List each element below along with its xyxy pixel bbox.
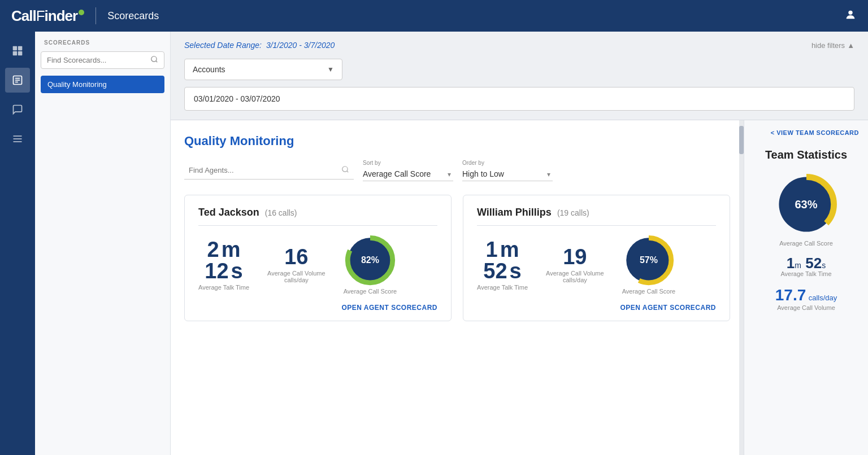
nav-divider xyxy=(96,7,96,24)
agent-card-ted-jackson: Ted Jackson (16 calls) 2 m 12 xyxy=(184,195,452,321)
top-nav: CallFinder Scorecards xyxy=(0,0,868,32)
svg-line-13 xyxy=(156,61,158,63)
team-score-percent: 63 xyxy=(795,198,807,211)
chevron-down-icon: ▼ xyxy=(327,65,334,73)
sidebar-icon-comments[interactable] xyxy=(5,97,30,122)
svg-rect-2 xyxy=(18,46,23,51)
talk-time-stat: 2 m 12 s Average Talk Time xyxy=(198,239,249,291)
filter-header: Selected Date Range: 3/1/2020 - 3/7/2020… xyxy=(184,41,854,50)
svg-rect-4 xyxy=(18,51,23,56)
accounts-dropdown[interactable]: Accounts ▼ xyxy=(184,59,342,80)
section-title: Quality Monitoring xyxy=(184,134,730,148)
call-volume-stat: 16 Average Call Volume calls/day xyxy=(267,246,326,283)
score-donut: 57% Average Call Score xyxy=(622,235,676,295)
agents-search-input[interactable] xyxy=(189,166,341,174)
sidebar-icon-dashboard[interactable] xyxy=(5,38,30,63)
agent-card-header: Ted Jackson (16 calls) xyxy=(198,207,437,226)
view-team-scorecard-link[interactable]: < VIEW TEAM SCORECARD xyxy=(753,129,859,136)
left-sidebar: SCORECARDS Quality Monitoring xyxy=(35,32,171,455)
score-percent-text: 82% xyxy=(361,255,379,265)
sidebar-icon-scorecards[interactable] xyxy=(5,68,30,93)
agents-search-icon xyxy=(341,165,349,176)
date-range-label: Selected Date Range: 3/1/2020 - 3/7/2020 xyxy=(184,41,335,50)
date-range-input[interactable]: 03/01/2020 - 03/07/2020 xyxy=(184,87,854,111)
agent-stats: 2 m 12 s Average Talk Time 16 xyxy=(198,235,437,295)
team-calls-per-day: calls/day xyxy=(809,294,837,302)
content-area: Selected Date Range: 3/1/2020 - 3/7/2020… xyxy=(171,32,868,455)
order-by-select[interactable]: High to Low xyxy=(462,167,553,181)
sort-by-group: Sort by Average Call Score xyxy=(363,160,453,181)
score-donut: 82% Average Call Score xyxy=(344,235,397,295)
nav-title: Scorecards xyxy=(107,10,159,22)
sidebar-label: SCORECARDS xyxy=(41,40,164,46)
agents-filter-row: Sort by Average Call Score Order by High… xyxy=(184,160,730,181)
talk-time-stat: 1 m 52 s Average Talk Time xyxy=(477,239,528,291)
svg-point-0 xyxy=(848,10,852,14)
chevron-up-icon: ▲ xyxy=(847,41,854,50)
hide-filters-button[interactable]: hide filters ▲ xyxy=(811,41,854,50)
team-call-volume: 17.7 xyxy=(775,286,806,304)
svg-rect-1 xyxy=(13,46,18,51)
agents-search-box[interactable] xyxy=(184,162,354,180)
agent-stats: 1 m 52 s Average Talk Time 19 xyxy=(477,235,716,295)
scorecard-search-input[interactable] xyxy=(47,56,150,64)
nav-user-icon[interactable] xyxy=(844,8,857,24)
open-agent-scorecard-william[interactable]: OPEN AGENT SCORECARD xyxy=(477,304,716,312)
sidebar-item-quality-monitoring[interactable]: Quality Monitoring xyxy=(41,76,164,93)
team-score-donut: 63% xyxy=(753,173,859,235)
svg-line-15 xyxy=(347,170,349,172)
logo: CallFinder xyxy=(11,7,84,25)
agent-card-header: William Phillips (19 calls) xyxy=(477,207,716,226)
scorecard-search-box[interactable] xyxy=(41,51,164,69)
svg-point-14 xyxy=(342,166,348,171)
date-range-value: 3/1/2020 - 3/7/2020 xyxy=(266,41,335,50)
filter-row-accounts: Accounts ▼ xyxy=(184,59,854,80)
team-talk-time: 1m 52s xyxy=(753,256,859,270)
right-panel: < VIEW TEAM SCORECARD Team Statistics 63… xyxy=(744,120,868,455)
sort-by-select[interactable]: Average Call Score xyxy=(363,167,453,181)
svg-point-12 xyxy=(151,56,157,62)
team-stats-title: Team Statistics xyxy=(753,147,859,162)
call-volume-stat: 19 Average Call Volume calls/day xyxy=(546,246,604,283)
agents-grid: Ted Jackson (16 calls) 2 m 12 xyxy=(184,195,730,321)
icon-sidebar xyxy=(0,32,35,455)
search-icon xyxy=(150,55,158,65)
score-percent-text: 57% xyxy=(640,255,658,265)
agent-card-william-phillips: William Phillips (19 calls) 1 m 52 xyxy=(463,195,730,321)
filter-bar: Selected Date Range: 3/1/2020 - 3/7/2020… xyxy=(171,32,868,120)
svg-rect-3 xyxy=(13,51,18,56)
main-content: Quality Monitoring Sort by Average Cal xyxy=(171,120,744,455)
logo-text: CallFinder xyxy=(11,7,84,25)
order-by-group: Order by High to Low xyxy=(462,160,553,181)
sidebar-icon-list[interactable] xyxy=(5,126,30,151)
open-agent-scorecard-ted[interactable]: OPEN AGENT SCORECARD xyxy=(198,304,437,312)
